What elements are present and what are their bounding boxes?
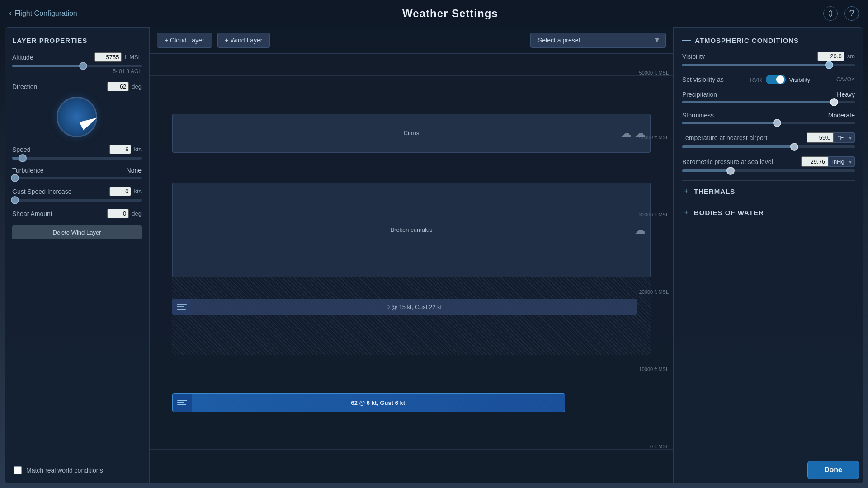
storminess-slider-thumb[interactable] bbox=[773, 119, 781, 127]
bodies-of-water-section[interactable]: + BODIES OF WATER bbox=[682, 202, 855, 223]
shear-input[interactable] bbox=[107, 209, 129, 218]
right-panel: ATMOSPHERIC CONDITIONS Visibility sm Set… bbox=[674, 27, 863, 483]
cumulus-cloud-icon: ☁ bbox=[635, 224, 646, 236]
done-button[interactable]: Done bbox=[807, 461, 859, 479]
gust-speed-input[interactable] bbox=[109, 187, 131, 196]
temperature-slider-fill bbox=[682, 145, 794, 148]
direction-input[interactable] bbox=[107, 82, 129, 91]
precipitation-row: Precipitation Heavy bbox=[682, 91, 855, 103]
speed-slider-thumb[interactable] bbox=[19, 154, 27, 162]
broken-cumulus-layer[interactable]: Broken cumulus ☁ bbox=[172, 183, 651, 277]
match-checkbox[interactable] bbox=[14, 466, 22, 474]
preset-select[interactable]: Select a preset bbox=[530, 33, 666, 48]
storminess-slider-fill bbox=[682, 122, 777, 124]
upper-wind-bar[interactable]: 0 @ 15 kt, Gust 22 kt bbox=[172, 299, 637, 315]
selected-wind-icon-box bbox=[173, 394, 192, 412]
center-toolbar: + Cloud Layer + Wind Layer Select a pres… bbox=[150, 27, 673, 54]
storminess-label: Storminess bbox=[682, 112, 714, 119]
toggle-knob bbox=[776, 75, 784, 84]
turbulence-slider-thumb[interactable] bbox=[11, 174, 19, 182]
back-arrow-icon: ‹ bbox=[9, 9, 12, 18]
top-bar: ‹ Flight Configuration Weather Settings … bbox=[0, 0, 868, 27]
altitude-chart: 50000 ft MSL 40000 ft MSL 30000 ft MSL 2… bbox=[150, 54, 673, 483]
rvr-option: RVR bbox=[750, 76, 762, 83]
thermals-section[interactable]: + THERMALS bbox=[682, 180, 855, 202]
barometric-slider-fill bbox=[682, 169, 731, 172]
visibility-slider-track bbox=[682, 64, 855, 66]
wind-line-b bbox=[177, 402, 184, 403]
gust-speed-slider-thumb[interactable] bbox=[11, 196, 19, 204]
altitude-label-10000: 10000 ft MSL bbox=[639, 366, 669, 372]
thermals-label: THERMALS bbox=[694, 188, 735, 195]
wind-line-2 bbox=[177, 306, 184, 307]
turbulence-value: None bbox=[127, 167, 142, 174]
storminess-row: Storminess Moderate bbox=[682, 112, 855, 124]
turbulence-prop: Turbulence None bbox=[12, 167, 142, 179]
altitude-label-0: 0 ft MSL bbox=[650, 444, 669, 449]
storminess-slider-track bbox=[682, 122, 855, 124]
barometric-unit-select[interactable]: inHg hPa bbox=[828, 156, 855, 167]
speed-input[interactable] bbox=[109, 145, 131, 154]
compass[interactable] bbox=[57, 97, 97, 137]
altitude-input[interactable] bbox=[94, 52, 122, 62]
barometric-slider-track bbox=[682, 169, 855, 172]
precipitation-slider-thumb[interactable] bbox=[830, 98, 838, 106]
temperature-unit-container: °F °C ▼ bbox=[807, 132, 855, 143]
set-visibility-label: Set visibility as bbox=[682, 76, 724, 83]
wind-line-a bbox=[177, 400, 187, 401]
visibility-input[interactable] bbox=[817, 52, 844, 61]
atmospheric-title: ATMOSPHERIC CONDITIONS bbox=[695, 37, 799, 44]
wind-line-c bbox=[177, 404, 186, 405]
temperature-label: Temperature at nearest airport bbox=[682, 134, 767, 141]
cavok-label: CAVOK bbox=[836, 76, 855, 83]
temperature-slider-track bbox=[682, 145, 855, 148]
cirrus-cloud-icon: ☁ ☁ bbox=[621, 127, 646, 140]
add-wind-layer-button[interactable]: + Wind Layer bbox=[217, 33, 270, 48]
visibility-label: Visibility bbox=[682, 53, 705, 60]
direction-label: Direction bbox=[12, 83, 37, 90]
visibility-slider-fill bbox=[682, 64, 829, 66]
gust-speed-prop: Gust Speed Increase kts bbox=[12, 187, 142, 202]
cirrus-cloud-layer[interactable]: Cirrus ☁ ☁ bbox=[172, 114, 651, 153]
vis-toggle-group: RVR Visibility bbox=[750, 75, 810, 84]
altitude-label: Altitude bbox=[12, 54, 33, 61]
selected-wind-label: 62 @ 6 kt, Gust 6 kt bbox=[192, 399, 565, 406]
altitude-slider-thumb[interactable] bbox=[79, 62, 87, 70]
bodies-label: BODIES OF WATER bbox=[694, 209, 764, 216]
visibility-toggle[interactable] bbox=[766, 75, 786, 84]
precipitation-value: Heavy bbox=[837, 91, 855, 98]
delete-wind-layer-button[interactable]: Delete Wind Layer bbox=[12, 225, 142, 239]
selected-wind-bar[interactable]: 62 @ 6 kt, Gust 6 kt bbox=[172, 393, 565, 412]
center-panel: + Cloud Layer + Wind Layer Select a pres… bbox=[149, 27, 674, 483]
temperature-input[interactable] bbox=[807, 132, 834, 143]
preset-wrapper: Select a preset ▼ bbox=[530, 33, 666, 48]
wind-line-1 bbox=[177, 304, 187, 305]
wind-hatch-area bbox=[172, 277, 651, 355]
barometric-row: Barometric pressure at sea level inHg hP… bbox=[682, 156, 855, 172]
barometric-input[interactable] bbox=[801, 156, 828, 167]
temperature-row: Temperature at nearest airport °F °C ▼ bbox=[682, 132, 855, 148]
back-link[interactable]: ‹ Flight Configuration bbox=[0, 9, 86, 18]
temperature-unit-select[interactable]: °F °C bbox=[834, 132, 855, 143]
precipitation-slider-fill bbox=[682, 101, 834, 103]
barometric-slider-thumb[interactable] bbox=[726, 167, 735, 175]
precipitation-slider-track bbox=[682, 101, 855, 103]
selected-wind-lines-icon bbox=[177, 400, 187, 405]
match-row: Match real world conditions bbox=[14, 466, 103, 474]
storminess-value: Moderate bbox=[828, 112, 855, 119]
gust-speed-slider-track bbox=[12, 199, 142, 202]
shear-unit: deg bbox=[132, 210, 142, 217]
help-icon[interactable]: ? bbox=[844, 6, 859, 21]
top-bar-icons: ⇕ ? bbox=[814, 6, 868, 21]
add-cloud-layer-button[interactable]: + Cloud Layer bbox=[157, 33, 212, 48]
temperature-slider-thumb[interactable] bbox=[790, 143, 798, 151]
gust-speed-unit: kts bbox=[134, 188, 142, 195]
shear-prop: Shear Amount deg bbox=[12, 209, 142, 218]
settings-icon[interactable]: ⇕ bbox=[823, 6, 838, 21]
direction-prop: Direction deg bbox=[12, 82, 142, 137]
visibility-slider-thumb[interactable] bbox=[825, 61, 833, 69]
match-label: Match real world conditions bbox=[26, 467, 103, 474]
broken-cumulus-label: Broken cumulus bbox=[390, 226, 432, 233]
altitude-unit: ft MSL bbox=[124, 54, 142, 61]
shear-label: Shear Amount bbox=[12, 210, 52, 217]
